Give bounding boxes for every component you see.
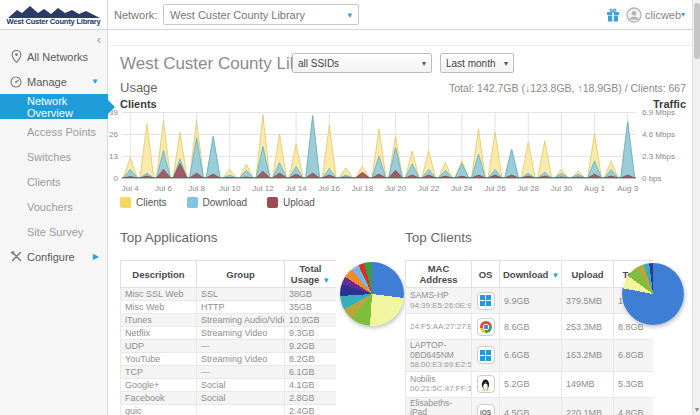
x-axis-tick: Jul 10 <box>219 184 240 193</box>
x-axis-tick: Jul 4 <box>122 184 139 193</box>
client-mac-address: 58:00:E3:69:E2:57 <box>410 360 467 370</box>
chart-x-axis-ticks: Jul 4Jul 6Jul 8Jul 10Jul 12Jul 14Jul 16J… <box>122 184 636 194</box>
usage-total-summary: Total: 142.7GB (↓123.8GB, ↑18.9GB) / Cli… <box>449 82 686 94</box>
client-upload: 220.1MB <box>562 397 614 415</box>
table-row: YouTubeStreaming Video8.2GB <box>121 353 337 366</box>
sidebar-item-label: All Networks <box>27 51 88 63</box>
chevron-down-icon: ▾ <box>504 59 508 68</box>
x-axis-tick: Jul 18 <box>352 184 373 193</box>
top-applications-table: DescriptionGroupTotal Usage▼Misc SSL Web… <box>120 260 336 415</box>
gift-icon[interactable] <box>606 8 620 26</box>
x-axis-tick: Jul 28 <box>518 184 539 193</box>
client-total: 6.8GB <box>614 340 654 372</box>
sidebar-item-label: Configure <box>27 251 75 263</box>
gauge-icon <box>10 76 22 88</box>
network-select[interactable]: West Custer County Library ▾ <box>163 4 359 25</box>
x-axis-tick: Jul 26 <box>484 184 505 193</box>
app-description: Misc Web <box>121 301 197 314</box>
sidebar-item-configure[interactable]: Configure▶ <box>0 244 108 269</box>
sidebar-item-network-overview[interactable]: Network Overview <box>0 94 108 119</box>
app-description: iTunes <box>121 314 197 327</box>
table-row: Google+Social4.1GB <box>121 379 337 392</box>
app-group: SSL <box>197 288 285 301</box>
sidebar-item-vouchers[interactable]: Vouchers <box>0 194 108 219</box>
table-row: Elisabeths-iPad90:8D:6C:14:80:72iOS4.5GB… <box>406 397 654 415</box>
x-axis-tick: Aug 1 <box>584 184 605 193</box>
client-download: 9.9GB <box>500 288 562 314</box>
sidebar-item-site-survey[interactable]: Site Survey <box>0 219 108 244</box>
client-upload: 149MB <box>562 371 614 397</box>
app-total-usage: 10.9GB <box>285 314 337 327</box>
app-total-usage: 6.1GB <box>285 366 337 379</box>
client-download: 6.6GB <box>500 340 562 372</box>
x-axis-tick: Jul 24 <box>451 184 472 193</box>
app-group: — <box>197 366 285 379</box>
client-download: 5.2GB <box>500 371 562 397</box>
chart-left-axis-title: Clients <box>120 98 157 110</box>
scrollbar[interactable]: ▼ <box>692 0 700 415</box>
column-header-description: Description <box>121 261 197 288</box>
y-axis-tick: 4.6 Mbps <box>642 130 688 139</box>
user-menu-label[interactable]: clicweb <box>645 9 681 21</box>
client-os-cell <box>472 371 500 397</box>
os-windows-icon <box>477 292 495 310</box>
client-total: 5.3GB <box>614 371 654 397</box>
avatar[interactable] <box>626 7 642 27</box>
logo-text: West Custer County Library <box>7 17 101 26</box>
app-group: Streaming Video <box>197 327 285 340</box>
ssid-filter-select[interactable]: all SSIDs ▾ <box>292 53 432 73</box>
client-mac-address: 94:39:E5:26:0E:91 <box>410 301 467 311</box>
client-os-cell <box>472 340 500 372</box>
app-total-usage: 2.8GB <box>285 392 337 405</box>
chevron-down-icon: ▼ <box>91 77 99 86</box>
sidebar-item-all-networks[interactable]: All Networks <box>0 44 108 69</box>
sidebar: ‹ All NetworksManage▼Network OverviewAcc… <box>0 30 108 415</box>
scrollbar-down-arrow[interactable]: ▼ <box>693 406 700 413</box>
app-total-usage: 9.2GB <box>285 340 337 353</box>
x-axis-tick: Jul 12 <box>252 184 273 193</box>
top-applications-pie-chart <box>340 262 404 326</box>
sidebar-item-switches[interactable]: Switches <box>0 144 108 169</box>
legend-item-download[interactable]: Download <box>187 197 247 208</box>
legend-item-clients[interactable]: Clients <box>120 197 167 208</box>
client-upload: 253.3MB <box>562 314 614 340</box>
client-mac-address: 00:21:5C:47:FF:1F <box>410 384 467 394</box>
y-axis-tick: 26 <box>94 130 118 139</box>
app-group: Streaming Video <box>197 353 285 366</box>
app-total-usage: 38GB <box>285 288 337 301</box>
x-axis-tick: Jul 6 <box>155 184 172 193</box>
app-group: Streaming Audio/Video <box>197 314 285 327</box>
sidebar-item-clients[interactable]: Clients <box>0 169 108 194</box>
app-window: West Custer County Library Network: West… <box>0 0 700 415</box>
table-row: iTunesStreaming Audio/Video10.9GB <box>121 314 337 327</box>
os-windows-icon <box>477 346 495 364</box>
column-header-download[interactable]: Download▼ <box>500 261 562 288</box>
sidebar-item-label: Switches <box>27 151 71 163</box>
y-axis-tick: 0 <box>94 174 118 183</box>
x-axis-tick: Jul 30 <box>551 184 572 193</box>
client-total: 4.8GB <box>614 397 654 415</box>
app-description: Facebook <box>121 392 197 405</box>
column-header-total-usage[interactable]: Total Usage▼ <box>285 261 337 288</box>
network-label: Network: <box>114 9 157 21</box>
app-description: UDP <box>121 340 197 353</box>
table-row: Nobilis00:21:5C:47:FF:1F5.2GB149MB5.3GB <box>406 371 654 397</box>
sidebar-item-label: Clients <box>27 176 61 188</box>
app-total-usage: 35GB <box>285 301 337 314</box>
legend-swatch <box>187 197 198 208</box>
chevron-down-icon: ▾ <box>347 10 352 20</box>
sidebar-item-access-points[interactable]: Access Points <box>0 119 108 144</box>
chevron-down-icon[interactable]: ▾ <box>681 10 685 19</box>
top-applications-title: Top Applications <box>120 230 218 245</box>
legend-item-upload[interactable]: Upload <box>267 197 315 208</box>
column-header-mac-address: MAC Address <box>406 261 472 288</box>
client-name: SAMS-HP <box>410 291 467 301</box>
table-row: SAMS-HP94:39:E5:26:0E:919.9GB379.5MB10.3… <box>406 288 654 314</box>
ssid-filter-value: all SSIDs <box>298 58 339 69</box>
main-subheader-divider <box>109 30 692 46</box>
scrollbar-thumb[interactable] <box>694 3 700 59</box>
sidebar-item-manage[interactable]: Manage▼ <box>0 69 108 94</box>
y-axis-tick: 6.9 Mbps <box>642 108 688 117</box>
period-filter-select[interactable]: Last month ▾ <box>440 53 514 73</box>
client-upload: 163.2MB <box>562 340 614 372</box>
